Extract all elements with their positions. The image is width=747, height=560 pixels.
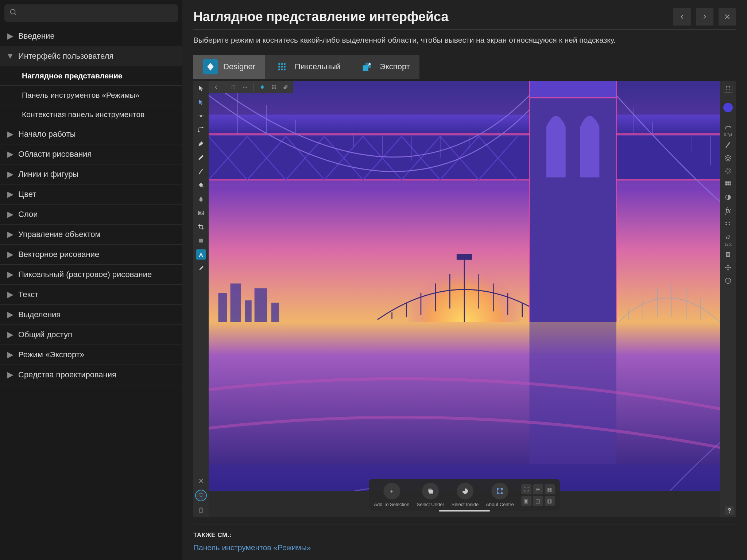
svg-rect-111 bbox=[502, 489, 503, 490]
colour-swatch[interactable] bbox=[723, 103, 733, 112]
nav-item-intro[interactable]: ▶ Введение bbox=[0, 26, 182, 46]
ctx-select-inside[interactable]: Select Inside bbox=[452, 483, 479, 507]
tab-pixel[interactable]: Пиксельный bbox=[265, 55, 350, 79]
close-tool-icon[interactable]: ✕ bbox=[196, 476, 206, 486]
adjustments-panel-icon[interactable] bbox=[723, 192, 733, 202]
nav-item-lines-shapes[interactable]: ▶ Линии и фигуры bbox=[0, 164, 182, 184]
nav-item-layers[interactable]: ▶ Слои bbox=[0, 205, 182, 225]
ctx-add-selection[interactable]: ＋ Add To Selection bbox=[374, 483, 409, 507]
back-arrow-icon[interactable] bbox=[212, 82, 221, 92]
nav-item-getting-started[interactable]: ▶ Начало работы bbox=[0, 124, 182, 144]
artistic-text-tool-icon[interactable] bbox=[196, 249, 206, 260]
nav-item-object-control[interactable]: ▶ Управление объектом bbox=[0, 225, 182, 245]
svg-rect-113 bbox=[502, 493, 503, 494]
align-br-icon[interactable]: ▥ bbox=[545, 496, 555, 506]
close-button[interactable] bbox=[719, 8, 736, 26]
nav-item-ui[interactable]: ▼ Интерфейс пользователя bbox=[0, 46, 182, 66]
move-tool-icon[interactable] bbox=[196, 83, 206, 93]
tab-label: Designer bbox=[223, 62, 255, 71]
nav-item-sharing[interactable]: ▶ Общий доступ bbox=[0, 325, 182, 345]
nav-item-design-aids[interactable]: ▶ Средства проектирования bbox=[0, 365, 182, 385]
chevron-right-icon: ▶ bbox=[6, 31, 15, 41]
see-also-link[interactable]: Панель инструментов «Режимы» bbox=[193, 543, 736, 552]
nav-item-selections[interactable]: ▶ Выделения bbox=[0, 305, 182, 325]
sidebar: ▶ Введение ▼ Интерфейс пользователя Нагл… bbox=[0, 0, 182, 560]
trash-icon[interactable] bbox=[196, 505, 206, 515]
more-icon[interactable] bbox=[240, 82, 250, 92]
nav-sub-visual-tour[interactable]: Наглядное представление bbox=[0, 66, 182, 86]
document-icon[interactable] bbox=[229, 82, 238, 92]
nav-item-vector-drawing[interactable]: ▶ Векторное рисование bbox=[0, 245, 182, 265]
align-bl-icon[interactable]: ▣ bbox=[521, 496, 531, 506]
pixel-persona-icon[interactable] bbox=[269, 82, 279, 92]
designer-persona-icon[interactable] bbox=[258, 82, 267, 92]
forward-button[interactable] bbox=[696, 8, 713, 26]
svg-rect-23 bbox=[199, 239, 203, 243]
nav-item-colour[interactable]: ▶ Цвет bbox=[0, 184, 182, 205]
transform-panel-icon[interactable] bbox=[723, 262, 733, 273]
vector-brush-tool-icon[interactable] bbox=[196, 166, 206, 176]
text-panel-icon[interactable]: a bbox=[723, 232, 733, 242]
chevron-right-icon: ▶ bbox=[6, 270, 15, 279]
point-transform-tool-icon[interactable] bbox=[196, 111, 206, 121]
svg-rect-38 bbox=[285, 85, 288, 88]
ctx-select-under[interactable]: Select Under bbox=[417, 483, 444, 507]
nav-item-export-mode[interactable]: ▶ Режим «Экспорт» bbox=[0, 345, 182, 365]
align-bc-icon[interactable]: ◫ bbox=[533, 496, 543, 506]
left-toolbar: ✕ bbox=[193, 81, 209, 517]
context-toolbar: ＋ Add To Selection Select Under Select I… bbox=[369, 479, 560, 511]
place-image-tool-icon[interactable] bbox=[196, 208, 206, 218]
svg-rect-32 bbox=[274, 87, 275, 88]
node-tool-icon[interactable] bbox=[196, 97, 206, 107]
align-tr-icon[interactable]: ▦ bbox=[545, 484, 555, 494]
svg-point-9 bbox=[284, 66, 286, 68]
pixel-icon bbox=[274, 59, 290, 74]
canvas-viewport[interactable]: ＋ Add To Selection Select Under Select I… bbox=[209, 81, 720, 517]
chevron-right-icon: ▶ bbox=[6, 170, 15, 179]
nav-label: Слои bbox=[18, 210, 38, 219]
nav-item-text[interactable]: ▶ Текст bbox=[0, 285, 182, 305]
fullscreen-icon[interactable] bbox=[724, 84, 732, 93]
nav-item-pixel-drawing[interactable]: ▶ Пиксельный (растровое) рисование bbox=[0, 265, 182, 285]
pencil-tool-icon[interactable] bbox=[196, 152, 206, 163]
back-button[interactable] bbox=[673, 8, 691, 26]
layers-panel-icon[interactable] bbox=[723, 153, 733, 163]
nav-label: Введение bbox=[18, 31, 55, 41]
tab-export[interactable]: Экспорт bbox=[350, 55, 419, 79]
swatches-panel-icon[interactable] bbox=[723, 179, 733, 189]
history-panel-icon[interactable] bbox=[723, 276, 733, 286]
align-tl-icon[interactable]: ⛶ bbox=[521, 484, 531, 494]
transparency-tool-icon[interactable] bbox=[196, 194, 206, 204]
layers-icon bbox=[422, 483, 439, 499]
nav-item-artboards[interactable]: ▶ Области рисования bbox=[0, 144, 182, 164]
brush-panel-icon[interactable] bbox=[723, 140, 733, 150]
ctx-about-centre[interactable]: About Centre bbox=[486, 483, 514, 507]
assets-panel-icon[interactable] bbox=[723, 249, 733, 260]
stock-panel-icon[interactable] bbox=[723, 218, 733, 229]
effects-panel-icon[interactable] bbox=[723, 166, 733, 176]
export-persona-icon[interactable] bbox=[281, 82, 290, 92]
svg-point-8 bbox=[281, 66, 283, 68]
nav-sub-modes-toolbar[interactable]: Панель инструментов «Режимы» bbox=[0, 86, 182, 105]
shape-tool-icon[interactable] bbox=[196, 236, 206, 246]
pen-tool-icon[interactable] bbox=[196, 139, 206, 149]
context-slider[interactable] bbox=[439, 510, 490, 512]
svg-rect-119 bbox=[725, 184, 727, 186]
svg-point-115 bbox=[725, 168, 731, 174]
svg-rect-30 bbox=[275, 85, 276, 86]
crop-tool-icon[interactable] bbox=[196, 222, 206, 232]
help-button[interactable]: ? bbox=[725, 506, 734, 515]
export-icon bbox=[359, 59, 375, 74]
fill-tool-icon[interactable] bbox=[196, 180, 206, 190]
styles-panel-icon[interactable]: fx bbox=[723, 205, 733, 215]
align-tc-icon[interactable]: ⊕ bbox=[533, 484, 543, 494]
colour-picker-tool-icon[interactable] bbox=[196, 263, 206, 273]
nav-sub-context-toolbar[interactable]: Контекстная панель инструментов bbox=[0, 105, 182, 124]
tab-designer[interactable]: Designer bbox=[193, 55, 265, 79]
corner-tool-icon[interactable] bbox=[196, 125, 206, 135]
svg-rect-116 bbox=[725, 182, 727, 183]
snapping-toggle[interactable] bbox=[195, 490, 207, 501]
search-input[interactable] bbox=[4, 4, 178, 22]
stroke-icon[interactable] bbox=[723, 122, 733, 132]
nav-label: Панель инструментов «Режимы» bbox=[22, 91, 140, 100]
